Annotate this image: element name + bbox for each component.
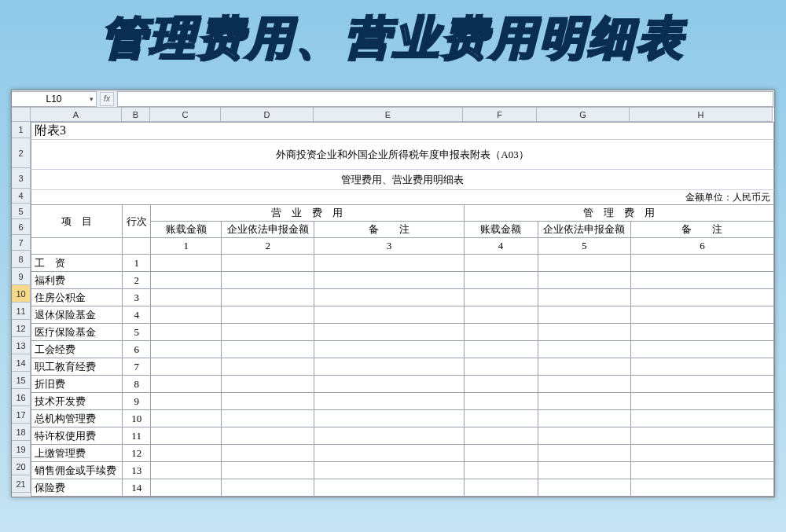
data-cell[interactable] — [222, 272, 314, 289]
col-header[interactable]: C — [150, 108, 221, 122]
header-item[interactable]: 项 目 — [31, 205, 123, 238]
sheet-title-1[interactable]: 外商投资企业和外国企业所得税年度申报表附表（A03） — [31, 140, 774, 170]
row-header[interactable]: 6 — [12, 219, 31, 235]
data-cell[interactable] — [314, 324, 464, 341]
data-cell[interactable] — [538, 306, 630, 324]
unit-label[interactable]: 金额单位：人民币元 — [31, 190, 774, 205]
row-label[interactable]: 工会经费 — [31, 341, 123, 358]
row-number[interactable]: 3 — [123, 289, 151, 306]
header-num[interactable]: 2 — [222, 238, 314, 255]
data-cell[interactable] — [222, 255, 314, 272]
data-cell[interactable] — [151, 324, 222, 341]
data-cell[interactable] — [630, 324, 773, 341]
data-cell[interactable] — [222, 393, 314, 410]
row-number[interactable]: 9 — [123, 393, 151, 410]
header-num[interactable]: 1 — [151, 238, 222, 255]
data-cell[interactable] — [222, 445, 314, 462]
data-cell[interactable] — [151, 289, 222, 306]
data-cell[interactable] — [314, 427, 464, 445]
row-header[interactable]: 20 — [12, 458, 31, 475]
header-group-operating[interactable]: 营 业 费 用 — [151, 205, 464, 222]
data-cell[interactable] — [314, 479, 464, 497]
row-label[interactable]: 工 资 — [31, 255, 123, 272]
data-cell[interactable] — [222, 341, 314, 358]
data-cell[interactable] — [151, 410, 222, 427]
row-number[interactable]: 1 — [123, 255, 151, 272]
data-cell[interactable] — [630, 376, 773, 393]
data-cell[interactable] — [538, 427, 630, 445]
row-number[interactable]: 7 — [123, 358, 151, 376]
data-cell[interactable] — [222, 324, 314, 341]
data-cell[interactable] — [314, 393, 464, 410]
row-header[interactable]: 9 — [12, 268, 31, 285]
data-cell[interactable] — [151, 427, 222, 445]
data-cell[interactable] — [314, 376, 464, 393]
row-number[interactable]: 12 — [123, 445, 151, 462]
row-header[interactable]: 17 — [12, 406, 31, 424]
row-header[interactable]: 5 — [12, 204, 31, 219]
row-label[interactable]: 医疗保险基金 — [31, 324, 123, 341]
row-header[interactable]: 21 — [12, 475, 31, 493]
row-label[interactable]: 退休保险基金 — [31, 306, 123, 324]
data-cell[interactable] — [630, 255, 773, 272]
data-cell[interactable] — [314, 445, 464, 462]
data-cell[interactable] — [630, 272, 773, 289]
header-rowno[interactable]: 行次 — [123, 205, 151, 238]
data-cell[interactable] — [538, 255, 630, 272]
data-cell[interactable] — [222, 462, 314, 479]
data-cell[interactable] — [464, 393, 538, 410]
data-cell[interactable] — [538, 445, 630, 462]
row-label[interactable]: 特许权使用费 — [31, 427, 123, 445]
data-cell[interactable] — [222, 358, 314, 376]
spreadsheet-grid[interactable]: 附表3 外商投资企业和外国企业所得税年度申报表附表（A03） 管理费用、营业费用… — [31, 122, 774, 497]
data-cell[interactable] — [464, 445, 538, 462]
row-label[interactable]: 总机构管理费 — [31, 410, 123, 427]
header-col4[interactable]: 账载金额 — [464, 222, 538, 238]
row-header[interactable]: 16 — [12, 389, 31, 406]
row-label[interactable]: 销售佣金或手续费 — [31, 462, 123, 479]
data-cell[interactable] — [538, 410, 630, 427]
row-number[interactable]: 13 — [123, 462, 151, 479]
data-cell[interactable] — [151, 479, 222, 497]
data-cell[interactable] — [464, 358, 538, 376]
header-col2[interactable]: 企业依法申报金额 — [222, 222, 314, 238]
data-cell[interactable] — [630, 410, 773, 427]
row-label[interactable]: 保险费 — [31, 479, 123, 497]
attachment-label[interactable]: 附表3 — [31, 123, 774, 140]
row-number[interactable]: 5 — [123, 324, 151, 341]
data-cell[interactable] — [538, 393, 630, 410]
data-cell[interactable] — [464, 341, 538, 358]
row-label[interactable]: 折旧费 — [31, 376, 123, 393]
header-col6[interactable]: 备 注 — [630, 222, 773, 238]
data-cell[interactable] — [151, 462, 222, 479]
formula-input[interactable] — [117, 91, 773, 107]
data-cell[interactable] — [314, 358, 464, 376]
data-cell[interactable] — [151, 255, 222, 272]
data-cell[interactable] — [151, 341, 222, 358]
data-cell[interactable] — [630, 462, 773, 479]
row-header[interactable]: 2 — [12, 138, 31, 168]
data-cell[interactable] — [314, 255, 464, 272]
data-cell[interactable] — [151, 376, 222, 393]
row-label[interactable]: 职工教育经费 — [31, 358, 123, 376]
data-cell[interactable] — [464, 479, 538, 497]
row-number[interactable]: 11 — [123, 427, 151, 445]
data-cell[interactable] — [464, 462, 538, 479]
data-cell[interactable] — [314, 272, 464, 289]
data-cell[interactable] — [222, 306, 314, 324]
header-col5[interactable]: 企业依法申报金额 — [538, 222, 630, 238]
row-header[interactable]: 13 — [12, 337, 31, 354]
col-header[interactable]: D — [221, 108, 314, 122]
data-cell[interactable] — [464, 289, 538, 306]
data-cell[interactable] — [538, 462, 630, 479]
data-cell[interactable] — [151, 272, 222, 289]
data-cell[interactable] — [464, 410, 538, 427]
row-header[interactable]: 11 — [12, 303, 31, 320]
data-cell[interactable] — [222, 427, 314, 445]
data-cell[interactable] — [151, 393, 222, 410]
col-header[interactable]: F — [463, 108, 537, 122]
sheet-title-2[interactable]: 管理费用、营业费用明细表 — [31, 170, 774, 190]
select-all-corner[interactable] — [12, 108, 31, 122]
data-cell[interactable] — [538, 289, 630, 306]
row-number[interactable]: 8 — [123, 376, 151, 393]
